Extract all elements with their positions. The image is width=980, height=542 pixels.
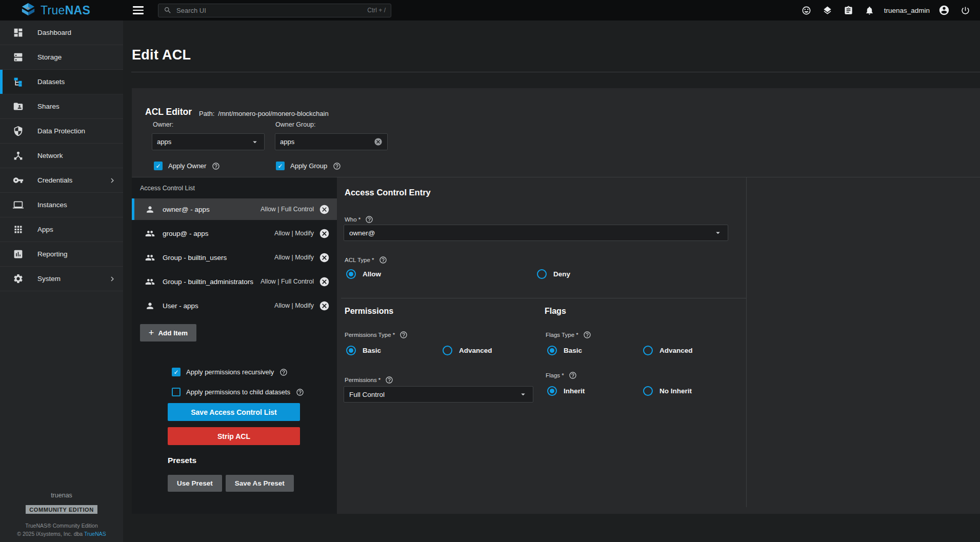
- help-icon[interactable]: [379, 256, 387, 264]
- apply-group-checkbox-row[interactable]: ✓ Apply Group: [276, 162, 341, 170]
- save-acl-button[interactable]: Save Access Control List: [168, 403, 300, 421]
- access-control-list-panel: Access Control List owner@ - apps Allow …: [132, 177, 337, 514]
- help-icon[interactable]: [569, 371, 577, 379]
- edition-badge: COMMUNITY EDITION: [26, 505, 97, 514]
- acl-type-deny-radio[interactable]: Deny: [537, 269, 570, 279]
- dataset-path: Path: /mnt/monero-pool/monero-blockchain: [199, 110, 329, 117]
- radio-icon: [547, 346, 557, 355]
- flags-no-inherit-radio[interactable]: No Inherit: [643, 386, 692, 396]
- acl-entry-row[interactable]: Group - builtin_users Allow | Modify: [132, 247, 337, 268]
- radio-icon: [643, 386, 653, 396]
- search-input[interactable]: [176, 7, 367, 14]
- permissions-type-label: Permissions Type *: [345, 331, 408, 339]
- acl-type-label: ACL Type *: [345, 256, 387, 264]
- sidebar-item-data-protection[interactable]: Data Protection: [0, 119, 123, 144]
- help-icon[interactable]: [583, 331, 591, 339]
- sidebar-item-label: Network: [37, 152, 63, 159]
- help-icon[interactable]: [365, 215, 373, 224]
- apps-grid-icon: [13, 224, 24, 235]
- delete-entry-icon[interactable]: [319, 276, 330, 287]
- delete-entry-icon[interactable]: [319, 252, 330, 263]
- help-icon[interactable]: [399, 331, 408, 339]
- acl-entry-name: Group - builtin_users: [163, 254, 227, 262]
- sidebar-item-dashboard[interactable]: Dashboard: [0, 21, 123, 45]
- apply-group-checkbox[interactable]: ✓: [276, 162, 285, 170]
- permissions-select-value: Full Control: [349, 391, 385, 398]
- edition-line: TrueNAS® Community Edition: [0, 523, 123, 529]
- delete-entry-icon[interactable]: [319, 204, 330, 215]
- permissions-type-basic-radio[interactable]: Basic: [346, 346, 381, 355]
- sidebar-item-label: Shares: [37, 103, 59, 110]
- dashboard-icon: [13, 27, 24, 38]
- who-select-value: owner@: [349, 229, 375, 237]
- sidebar-item-shares[interactable]: Shares: [0, 94, 123, 119]
- delete-entry-icon[interactable]: [319, 300, 330, 311]
- chevron-right-icon: [108, 176, 117, 185]
- sidebar-item-reporting[interactable]: Reporting: [0, 242, 123, 267]
- apply-owner-checkbox-row[interactable]: ✓ Apply Owner: [154, 162, 220, 170]
- bar-chart-icon: [13, 249, 24, 259]
- delete-entry-icon[interactable]: [319, 228, 330, 239]
- acl-entry-row[interactable]: group@ - apps Allow | Modify: [132, 223, 337, 244]
- sidebar-item-storage[interactable]: Storage: [0, 45, 123, 70]
- copyright-line: © 2025 iXsystems, Inc. dba TrueNAS: [0, 531, 123, 537]
- help-icon[interactable]: [279, 368, 288, 376]
- jobs-clipboard-icon[interactable]: [841, 2, 857, 18]
- power-icon[interactable]: [957, 2, 973, 18]
- flags-type-basic-radio[interactable]: Basic: [547, 346, 582, 355]
- radio-icon: [346, 269, 356, 279]
- sidebar-item-label: Apps: [37, 226, 53, 233]
- clear-icon[interactable]: [374, 137, 383, 146]
- owner-select[interactable]: apps: [152, 133, 265, 150]
- add-item-label: Add Item: [158, 329, 188, 337]
- help-icon[interactable]: [296, 388, 304, 396]
- radio-icon: [346, 346, 356, 355]
- truenas-logo[interactable]: TrueNAS: [0, 3, 123, 18]
- acl-entry-row[interactable]: owner@ - apps Allow | Full Control: [132, 198, 337, 220]
- save-as-preset-button[interactable]: Save As Preset: [226, 475, 294, 492]
- sidebar-item-instances[interactable]: Instances: [0, 193, 123, 217]
- apply-recursively-checkbox-row[interactable]: ✓ Apply permissions recursively: [172, 368, 288, 376]
- permissions-type-advanced-radio[interactable]: Advanced: [443, 346, 492, 355]
- sidebar-item-network[interactable]: Network: [0, 144, 123, 168]
- key-icon: [13, 175, 24, 186]
- sidebar-item-datasets[interactable]: Datasets: [0, 70, 123, 94]
- strip-acl-button[interactable]: Strip ACL: [168, 427, 300, 445]
- sidebar-item-system[interactable]: System: [0, 267, 123, 291]
- add-item-button[interactable]: + Add Item: [140, 324, 196, 342]
- preset-buttons: Use Preset Save As Preset: [168, 475, 294, 492]
- flags-type-advanced-radio[interactable]: Advanced: [643, 346, 693, 355]
- use-preset-button[interactable]: Use Preset: [168, 475, 222, 492]
- truecommand-layers-icon[interactable]: [819, 2, 836, 18]
- feedback-smiley-icon[interactable]: [798, 2, 815, 18]
- permissions-select[interactable]: Full Control: [344, 386, 533, 403]
- sidebar-item-credentials[interactable]: Credentials: [0, 168, 123, 193]
- flags-inherit-radio[interactable]: Inherit: [547, 386, 585, 396]
- help-icon[interactable]: [333, 162, 341, 170]
- apply-group-label: Apply Group: [290, 162, 327, 170]
- acl-entry-name: group@ - apps: [163, 230, 209, 237]
- radio-label: Allow: [363, 270, 381, 278]
- owner-group-input[interactable]: apps: [275, 133, 388, 150]
- apply-recursively-checkbox[interactable]: ✓: [172, 368, 181, 376]
- help-icon[interactable]: [385, 376, 393, 384]
- acl-entry-row[interactable]: Group - builtin_administrators Allow | F…: [132, 271, 337, 292]
- truenas-link[interactable]: TrueNAS: [84, 531, 106, 537]
- acl-type-allow-radio[interactable]: Allow: [346, 269, 381, 279]
- logged-in-username: truenas_admin: [884, 7, 930, 14]
- acl-entry-row[interactable]: User - apps Allow | Modify: [132, 295, 337, 316]
- apply-child-datasets-checkbox[interactable]: [172, 388, 181, 396]
- apply-owner-checkbox[interactable]: ✓: [154, 162, 163, 170]
- notifications-bell-icon[interactable]: [862, 2, 878, 18]
- global-search[interactable]: Ctrl + /: [158, 4, 391, 17]
- help-icon[interactable]: [212, 162, 220, 170]
- sidebar-item-apps[interactable]: Apps: [0, 217, 123, 242]
- account-icon[interactable]: [936, 2, 952, 18]
- apply-child-datasets-checkbox-row[interactable]: Apply permissions to child datasets: [172, 388, 304, 396]
- who-select[interactable]: owner@: [344, 225, 728, 241]
- apply-child-datasets-label: Apply permissions to child datasets: [186, 388, 290, 396]
- menu-hamburger-icon[interactable]: [133, 6, 144, 14]
- sidebar: Dashboard Storage Datasets Shares Data P…: [0, 21, 123, 542]
- owner-group-label: Owner Group:: [275, 121, 316, 128]
- datasets-icon: [13, 76, 24, 87]
